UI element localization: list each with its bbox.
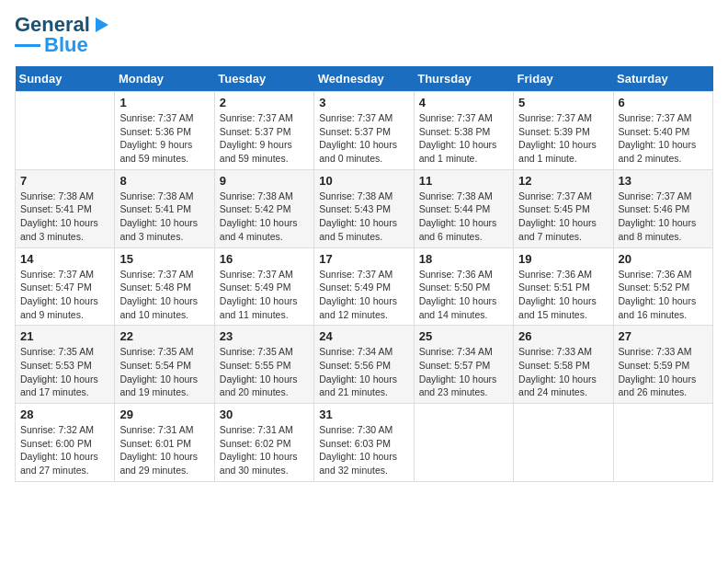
calendar-cell: 25Sunrise: 7:34 AM Sunset: 5:57 PM Dayli… (414, 326, 513, 404)
header-saturday: Saturday (613, 66, 712, 92)
calendar-week-1: 1Sunrise: 7:37 AM Sunset: 5:36 PM Daylig… (16, 92, 713, 170)
day-number: 31 (319, 408, 408, 421)
day-info: Sunrise: 7:36 AM Sunset: 5:52 PM Dayligh… (619, 268, 708, 322)
calendar-cell: 1Sunrise: 7:37 AM Sunset: 5:36 PM Daylig… (115, 92, 214, 170)
day-info: Sunrise: 7:35 AM Sunset: 5:55 PM Dayligh… (220, 345, 309, 399)
day-info: Sunrise: 7:36 AM Sunset: 5:50 PM Dayligh… (419, 268, 508, 322)
svg-marker-0 (96, 17, 108, 32)
day-number: 23 (220, 329, 309, 343)
day-number: 6 (619, 96, 708, 109)
calendar-cell: 2Sunrise: 7:37 AM Sunset: 5:37 PM Daylig… (214, 92, 313, 170)
day-info: Sunrise: 7:38 AM Sunset: 5:41 PM Dayligh… (20, 190, 109, 244)
day-info: Sunrise: 7:37 AM Sunset: 5:48 PM Dayligh… (119, 268, 209, 322)
day-number: 29 (119, 408, 209, 421)
day-info: Sunrise: 7:32 AM Sunset: 6:00 PM Dayligh… (20, 423, 109, 477)
day-info: Sunrise: 7:38 AM Sunset: 5:44 PM Dayligh… (419, 190, 508, 244)
day-info: Sunrise: 7:37 AM Sunset: 5:49 PM Dayligh… (220, 268, 309, 322)
header-tuesday: Tuesday (214, 66, 313, 92)
calendar-cell: 22Sunrise: 7:35 AM Sunset: 5:54 PM Dayli… (115, 326, 214, 404)
calendar-cell: 9Sunrise: 7:38 AM Sunset: 5:42 PM Daylig… (214, 169, 313, 247)
logo-text: General (15, 15, 90, 35)
calendar-cell (613, 404, 712, 482)
calendar-cell: 6Sunrise: 7:37 AM Sunset: 5:40 PM Daylig… (613, 92, 712, 170)
day-info: Sunrise: 7:38 AM Sunset: 5:41 PM Dayligh… (119, 190, 209, 244)
calendar-week-4: 21Sunrise: 7:35 AM Sunset: 5:53 PM Dayli… (16, 326, 713, 404)
day-number: 10 (319, 174, 408, 188)
day-info: Sunrise: 7:37 AM Sunset: 5:40 PM Dayligh… (619, 111, 708, 166)
calendar-cell: 5Sunrise: 7:37 AM Sunset: 5:39 PM Daylig… (514, 92, 613, 170)
calendar-cell: 13Sunrise: 7:37 AM Sunset: 5:46 PM Dayli… (613, 169, 712, 247)
day-info: Sunrise: 7:37 AM Sunset: 5:49 PM Dayligh… (319, 268, 408, 322)
day-number: 21 (20, 329, 109, 343)
calendar-cell: 27Sunrise: 7:33 AM Sunset: 5:59 PM Dayli… (613, 326, 712, 404)
day-info: Sunrise: 7:38 AM Sunset: 5:43 PM Dayligh… (319, 190, 408, 244)
calendar-cell: 10Sunrise: 7:38 AM Sunset: 5:43 PM Dayli… (314, 169, 414, 247)
day-number: 18 (419, 252, 508, 266)
day-info: Sunrise: 7:36 AM Sunset: 5:51 PM Dayligh… (518, 268, 608, 322)
logo-icon (92, 16, 108, 34)
day-info: Sunrise: 7:37 AM Sunset: 5:38 PM Dayligh… (419, 111, 508, 166)
day-info: Sunrise: 7:37 AM Sunset: 5:45 PM Dayligh… (518, 190, 608, 244)
day-info: Sunrise: 7:37 AM Sunset: 5:39 PM Dayligh… (518, 111, 608, 166)
day-info: Sunrise: 7:37 AM Sunset: 5:37 PM Dayligh… (220, 111, 309, 166)
calendar-week-3: 14Sunrise: 7:37 AM Sunset: 5:47 PM Dayli… (16, 247, 713, 326)
calendar-cell: 18Sunrise: 7:36 AM Sunset: 5:50 PM Dayli… (414, 247, 513, 326)
day-number: 24 (319, 329, 408, 343)
day-number: 20 (619, 252, 708, 266)
header-sunday: Sunday (16, 66, 115, 92)
day-info: Sunrise: 7:37 AM Sunset: 5:36 PM Dayligh… (119, 111, 209, 166)
header-wednesday: Wednesday (314, 66, 414, 92)
calendar-cell: 20Sunrise: 7:36 AM Sunset: 5:52 PM Dayli… (613, 247, 712, 326)
day-number: 28 (20, 408, 109, 421)
day-info: Sunrise: 7:30 AM Sunset: 6:03 PM Dayligh… (319, 423, 408, 477)
calendar-table: SundayMondayTuesdayWednesdayThursdayFrid… (15, 66, 713, 482)
day-number: 15 (119, 252, 209, 266)
day-number: 14 (20, 252, 109, 266)
day-number: 4 (419, 96, 508, 109)
day-number: 19 (518, 252, 608, 266)
day-number: 9 (220, 174, 309, 188)
day-number: 26 (518, 329, 608, 343)
calendar-cell: 16Sunrise: 7:37 AM Sunset: 5:49 PM Dayli… (214, 247, 313, 326)
page-header: General Blue (15, 15, 713, 55)
calendar-cell: 21Sunrise: 7:35 AM Sunset: 5:53 PM Dayli… (16, 326, 115, 404)
calendar-cell: 4Sunrise: 7:37 AM Sunset: 5:38 PM Daylig… (414, 92, 513, 170)
calendar-cell: 29Sunrise: 7:31 AM Sunset: 6:01 PM Dayli… (115, 404, 214, 482)
calendar-cell: 30Sunrise: 7:31 AM Sunset: 6:02 PM Dayli… (214, 404, 313, 482)
calendar-cell: 8Sunrise: 7:38 AM Sunset: 5:41 PM Daylig… (115, 169, 214, 247)
calendar-cell (414, 404, 513, 482)
calendar-cell: 12Sunrise: 7:37 AM Sunset: 5:45 PM Dayli… (514, 169, 613, 247)
calendar-cell: 11Sunrise: 7:38 AM Sunset: 5:44 PM Dayli… (414, 169, 513, 247)
calendar-cell: 14Sunrise: 7:37 AM Sunset: 5:47 PM Dayli… (16, 247, 115, 326)
calendar-cell: 26Sunrise: 7:33 AM Sunset: 5:58 PM Dayli… (514, 326, 613, 404)
day-number: 1 (119, 96, 209, 109)
day-number: 11 (419, 174, 508, 188)
day-number: 2 (220, 96, 309, 109)
day-number: 16 (220, 252, 309, 266)
logo: General Blue (15, 15, 108, 55)
day-number: 5 (518, 96, 608, 109)
header-monday: Monday (115, 66, 214, 92)
day-number: 12 (518, 174, 608, 188)
calendar-cell: 19Sunrise: 7:36 AM Sunset: 5:51 PM Dayli… (514, 247, 613, 326)
calendar-cell: 28Sunrise: 7:32 AM Sunset: 6:00 PM Dayli… (16, 404, 115, 482)
calendar-cell: 17Sunrise: 7:37 AM Sunset: 5:49 PM Dayli… (314, 247, 414, 326)
day-number: 27 (619, 329, 708, 343)
day-info: Sunrise: 7:34 AM Sunset: 5:56 PM Dayligh… (319, 345, 408, 399)
calendar-header-row: SundayMondayTuesdayWednesdayThursdayFrid… (16, 66, 713, 92)
day-number: 8 (119, 174, 209, 188)
calendar-cell: 24Sunrise: 7:34 AM Sunset: 5:56 PM Dayli… (314, 326, 414, 404)
day-number: 7 (20, 174, 109, 188)
day-info: Sunrise: 7:35 AM Sunset: 5:54 PM Dayligh… (119, 345, 209, 399)
day-info: Sunrise: 7:35 AM Sunset: 5:53 PM Dayligh… (20, 345, 109, 399)
calendar-cell (514, 404, 613, 482)
calendar-week-2: 7Sunrise: 7:38 AM Sunset: 5:41 PM Daylig… (16, 169, 713, 247)
calendar-cell (16, 92, 115, 170)
day-info: Sunrise: 7:37 AM Sunset: 5:37 PM Dayligh… (319, 111, 408, 166)
calendar-cell: 31Sunrise: 7:30 AM Sunset: 6:03 PM Dayli… (314, 404, 414, 482)
logo-blue-text: Blue (44, 35, 88, 55)
calendar-cell: 23Sunrise: 7:35 AM Sunset: 5:55 PM Dayli… (214, 326, 313, 404)
header-friday: Friday (514, 66, 613, 92)
day-number: 30 (220, 408, 309, 421)
day-number: 17 (319, 252, 408, 266)
